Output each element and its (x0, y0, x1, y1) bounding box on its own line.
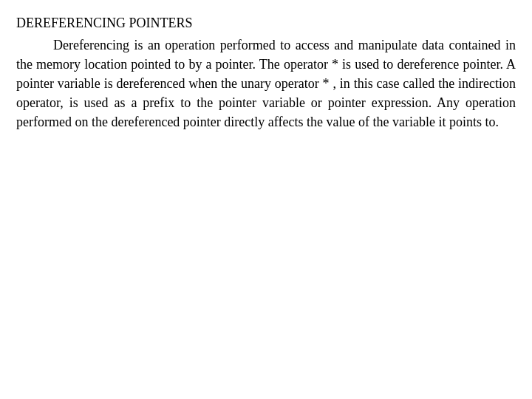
page-title: DEREFERENCING POINTERS (16, 13, 516, 33)
body-text: Dereferencing is an operation performed … (16, 38, 516, 129)
body-paragraph: Dereferencing is an operation performed … (16, 35, 516, 132)
page-content: DEREFERENCING POINTERS Dereferencing is … (0, 0, 532, 399)
